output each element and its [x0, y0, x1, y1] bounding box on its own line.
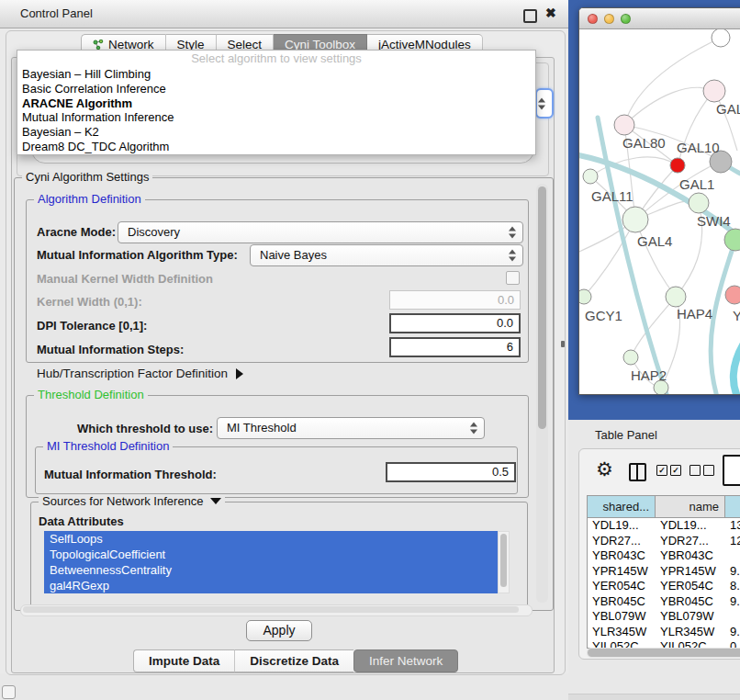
- table-row[interactable]: YBR045CYBR045C9.: [588, 594, 740, 610]
- network-canvas[interactable]: GALGAL80GAL10GAL11GAL1SWI4GAL4GCY1HAP4YH…: [579, 29, 740, 394]
- which-threshold-combobox[interactable]: MI Threshold: [217, 417, 485, 439]
- network-window-titlebar[interactable]: [579, 8, 740, 29]
- node-label: SWI4: [697, 213, 731, 229]
- network-node[interactable]: [623, 350, 638, 365]
- dropdown-item[interactable]: ARACNE Algorithm: [17, 96, 535, 111]
- hub-definition-label: Hub/Transcription Factor Definition: [37, 367, 228, 380]
- dropdown-placeholder: Select algorithm to view settings: [17, 51, 535, 67]
- column-header[interactable]: [725, 496, 740, 517]
- checked-checkbox-icon[interactable]: ✓: [656, 465, 667, 476]
- mac-zoom-button[interactable]: [621, 14, 631, 24]
- scrollbar-thumb[interactable]: [500, 534, 507, 587]
- scrollbar-thumb[interactable]: [588, 649, 740, 657]
- network-node[interactable]: [614, 115, 634, 135]
- manual-kernel-checkbox[interactable]: [506, 271, 520, 285]
- dpi-tolerance-label: DPI Tolerance [0,1]:: [37, 319, 147, 333]
- checked-checkbox-icon[interactable]: ✓: [670, 465, 681, 476]
- node-attribute-table[interactable]: shared...nameYDL19...YDL19...13YDR27...Y…: [587, 495, 740, 649]
- float-window-icon[interactable]: [523, 9, 537, 23]
- table-cell: YBR043C: [588, 548, 656, 564]
- table-cell: YDL19...: [588, 518, 656, 534]
- network-node[interactable]: [666, 287, 686, 307]
- table-cell: YER054C: [588, 579, 656, 594]
- network-view-window[interactable]: GALGAL80GAL10GAL11GAL1SWI4GAL4GCY1HAP4YH…: [578, 7, 740, 395]
- columns-icon[interactable]: [629, 463, 646, 481]
- network-node[interactable]: [725, 286, 740, 304]
- table-row[interactable]: YER054CYER054C8.: [588, 579, 740, 594]
- mac-minimize-button[interactable]: [604, 14, 614, 24]
- aracne-mode-combobox[interactable]: Discovery: [118, 221, 523, 243]
- close-icon[interactable]: ✖: [545, 6, 556, 20]
- table-cell: YDR27...: [588, 534, 656, 549]
- table-cell: 9.: [725, 625, 740, 640]
- dropdown-item[interactable]: Mutual Information Inference: [17, 110, 535, 125]
- network-node[interactable]: [689, 193, 709, 213]
- unchecked-checkbox-icon[interactable]: [703, 465, 714, 476]
- bottom-tab-infer-network[interactable]: Infer Network: [353, 649, 458, 672]
- apply-button[interactable]: Apply: [246, 620, 312, 641]
- table-cell: 13: [725, 518, 740, 534]
- mi-type-combobox[interactable]: Naive Bayes: [250, 244, 523, 266]
- aracne-mode-label: Aracne Mode:: [37, 225, 116, 239]
- mi-threshold-field[interactable]: 0.5: [386, 462, 516, 482]
- combo-stepper-icon: [509, 227, 517, 239]
- sources-group-title[interactable]: Sources for Network Inference: [39, 494, 225, 508]
- attribute-list-item[interactable]: SelfLoops: [44, 531, 498, 547]
- bottom-tab-impute-data[interactable]: Impute Data: [133, 649, 234, 672]
- table-horizontal-scrollbar[interactable]: [587, 648, 740, 658]
- bottom-tab-discretize-data[interactable]: Discretize Data: [234, 649, 353, 672]
- attribute-list-scrollbar[interactable]: [498, 531, 510, 593]
- dropdown-item[interactable]: Dream8 DC_TDC Algorithm: [17, 140, 535, 154]
- network-node[interactable]: [622, 207, 648, 232]
- settings-vertical-scrollbar[interactable]: [536, 184, 548, 603]
- network-node[interactable]: [670, 158, 685, 173]
- mi-steps-field[interactable]: 6: [389, 337, 521, 357]
- attribute-list-item[interactable]: BetweennessCentrality: [44, 562, 498, 578]
- data-attributes-list[interactable]: SelfLoopsTopologicalCoefficientBetweenne…: [44, 531, 498, 593]
- table-row[interactable]: YDR27...YDR27...12: [588, 534, 740, 549]
- table-row[interactable]: YPR145WYPR145W9.: [588, 564, 740, 580]
- minimized-panel-icon[interactable]: [2, 685, 16, 699]
- scrollbar-thumb[interactable]: [538, 186, 546, 429]
- algorithm-combobox-fragment[interactable]: [535, 88, 554, 119]
- kernel-width-field[interactable]: 0.0: [389, 290, 521, 310]
- mac-close-button[interactable]: [588, 14, 598, 24]
- table-row[interactable]: YDL19...YDL19...13: [588, 518, 740, 534]
- table-cell: [725, 609, 740, 625]
- hub-definition-expander[interactable]: Hub/Transcription Factor Definition: [37, 367, 243, 380]
- document-icon[interactable]: [723, 455, 740, 486]
- attribute-list-item[interactable]: gal4RGexp: [44, 578, 498, 593]
- settings-horizontal-scrollbar[interactable]: [20, 604, 533, 616]
- table-cell: 8.: [725, 579, 740, 594]
- gear-icon[interactable]: ⚙: [596, 458, 613, 480]
- network-node[interactable]: [712, 29, 730, 47]
- manual-kernel-label: Manual Kernel Width Definition: [37, 272, 213, 286]
- scrollbar-thumb[interactable]: [23, 606, 519, 613]
- network-node[interactable]: [583, 169, 598, 184]
- column-header[interactable]: name: [656, 496, 725, 517]
- attribute-list-item[interactable]: TopologicalCoefficient: [44, 547, 498, 562]
- combo-stepper-icon: [509, 250, 517, 262]
- table-panel-title: Table Panel: [595, 428, 657, 442]
- dropdown-item[interactable]: Bayesian – K2: [17, 125, 535, 140]
- sources-title-text: Sources for Network Inference: [42, 494, 204, 508]
- dpi-tolerance-field[interactable]: 0.0: [389, 313, 521, 333]
- table-row[interactable]: YBL079WYBL079W: [588, 609, 740, 625]
- settings-group-title: Cyni Algorithm Settings: [22, 170, 152, 184]
- splitter-handle[interactable]: [561, 341, 565, 347]
- table-cell: YBR045C: [588, 594, 656, 610]
- dropdown-item[interactable]: Basic Correlation Inference: [17, 82, 535, 96]
- table-row[interactable]: YBR043CYBR043C: [588, 548, 740, 564]
- table-cell: YBL079W: [588, 609, 656, 625]
- table-panel: ⚙ ✓ ✓ shared...nameYDL19...YDL19...13YDR…: [578, 448, 740, 660]
- table-cell: YBR045C: [656, 594, 725, 610]
- network-node[interactable]: [724, 229, 740, 251]
- table-row[interactable]: YLR345WYLR345W9.: [588, 625, 740, 640]
- column-header[interactable]: shared...: [588, 496, 656, 517]
- network-node[interactable]: [703, 80, 725, 102]
- threshold-definition-title: Threshold Definition: [34, 388, 148, 401]
- network-node[interactable]: [579, 289, 591, 304]
- table-cell: YDR27...: [656, 534, 725, 549]
- unchecked-checkbox-icon[interactable]: [690, 465, 701, 476]
- dropdown-item[interactable]: Bayesian – Hill Climbing: [17, 67, 535, 82]
